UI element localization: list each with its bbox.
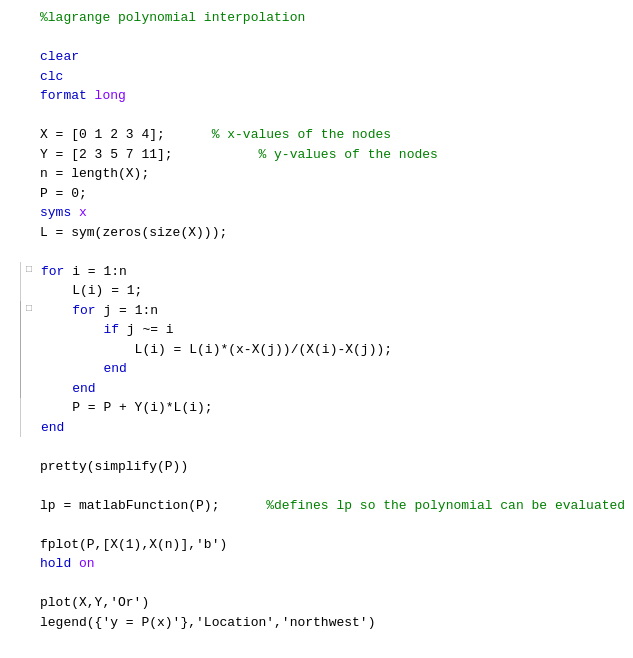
code-line: L(i) = 1; bbox=[20, 281, 633, 301]
code-line: if j ~= i bbox=[20, 320, 633, 340]
line-content: end bbox=[37, 418, 633, 438]
code-line: clc bbox=[20, 67, 633, 87]
code-line: clear bbox=[20, 47, 633, 67]
code-line bbox=[20, 437, 633, 457]
line-content: L(i) = L(i)*(x-X(j))/(X(i)-X(j)); bbox=[37, 340, 633, 360]
code-line: lp = matlabFunction(P); %defines lp so t… bbox=[20, 496, 633, 516]
code-token: format bbox=[40, 88, 95, 103]
code-line bbox=[20, 242, 633, 262]
code-token: end bbox=[41, 381, 96, 396]
code-token bbox=[41, 322, 103, 337]
code-token: x bbox=[79, 205, 87, 220]
code-line: pretty(simplify(P)) bbox=[20, 457, 633, 477]
code-token: P = 0; bbox=[40, 186, 87, 201]
code-token: syms bbox=[40, 205, 79, 220]
line-content: lp = matlabFunction(P); %defines lp so t… bbox=[36, 496, 633, 516]
line-content: clc bbox=[36, 67, 633, 87]
code-token: hold bbox=[40, 556, 79, 571]
code-token: clc bbox=[40, 69, 63, 84]
code-token: legend({'y = P(x)'},'Location','northwes… bbox=[40, 615, 375, 630]
code-token: i = 1:n bbox=[64, 264, 126, 279]
code-token: end bbox=[41, 361, 127, 376]
line-content: syms x bbox=[36, 203, 633, 223]
code-line: format long bbox=[20, 86, 633, 106]
code-token: for bbox=[72, 303, 95, 318]
code-token: clear bbox=[40, 49, 79, 64]
line-content bbox=[36, 28, 633, 48]
code-line: n = length(X); bbox=[20, 164, 633, 184]
code-token: P = P + Y(i)*L(i); bbox=[41, 400, 213, 415]
fold-icon[interactable]: □ bbox=[26, 262, 32, 277]
line-content: n = length(X); bbox=[36, 164, 633, 184]
fold-gutter[interactable]: □ bbox=[21, 262, 37, 277]
code-token: on bbox=[79, 556, 95, 571]
code-line: □ for j = 1:n bbox=[20, 301, 633, 321]
code-line: P = 0; bbox=[20, 184, 633, 204]
code-line: X = [0 1 2 3 4]; % x-values of the nodes bbox=[20, 125, 633, 145]
line-content: for j = 1:n bbox=[37, 301, 633, 321]
line-content: L(i) = 1; bbox=[37, 281, 633, 301]
line-content: X = [0 1 2 3 4]; % x-values of the nodes bbox=[36, 125, 633, 145]
line-content bbox=[36, 106, 633, 126]
code-line: P = P + Y(i)*L(i); bbox=[20, 398, 633, 418]
code-token: if bbox=[103, 322, 119, 337]
line-content: end bbox=[37, 359, 633, 379]
code-line bbox=[20, 28, 633, 48]
code-token: j ~= i bbox=[119, 322, 174, 337]
code-line bbox=[20, 574, 633, 594]
code-token: for bbox=[41, 264, 64, 279]
line-content: end bbox=[37, 379, 633, 399]
code-line: end bbox=[20, 359, 633, 379]
code-token: fplot(P,[X(1),X(n)],'b') bbox=[40, 537, 227, 552]
code-token: pretty(simplify(P)) bbox=[40, 459, 188, 474]
line-content: for i = 1:n bbox=[37, 262, 633, 282]
code-line: L = sym(zeros(size(X))); bbox=[20, 223, 633, 243]
line-content bbox=[36, 242, 633, 262]
code-line bbox=[20, 515, 633, 535]
code-token: j = 1:n bbox=[96, 303, 158, 318]
line-content: pretty(simplify(P)) bbox=[36, 457, 633, 477]
line-content: legend({'y = P(x)'},'Location','northwes… bbox=[36, 613, 633, 633]
line-content: clear bbox=[36, 47, 633, 67]
code-token: L(i) = L(i)*(x-X(j))/(X(i)-X(j)); bbox=[41, 342, 392, 357]
line-content: P = P + Y(i)*L(i); bbox=[37, 398, 633, 418]
code-token: % y-values of the nodes bbox=[173, 147, 438, 162]
code-token: L = sym(zeros(size(X))); bbox=[40, 225, 227, 240]
code-token: L(i) = 1; bbox=[41, 283, 142, 298]
code-line: □for i = 1:n bbox=[20, 262, 633, 282]
line-content: L = sym(zeros(size(X))); bbox=[36, 223, 633, 243]
code-token bbox=[41, 303, 72, 318]
fold-icon[interactable]: □ bbox=[26, 301, 32, 316]
line-content: Y = [2 3 5 7 11]; % y-values of the node… bbox=[36, 145, 633, 165]
line-content: fplot(P,[X(1),X(n)],'b') bbox=[36, 535, 633, 555]
code-token: X = [0 1 2 3 4]; bbox=[40, 127, 165, 142]
code-line: %lagrange polynomial interpolation bbox=[20, 8, 633, 28]
code-line: fplot(P,[X(1),X(n)],'b') bbox=[20, 535, 633, 555]
code-token: lp = matlabFunction(P); bbox=[40, 498, 219, 513]
code-token: n = length(X); bbox=[40, 166, 149, 181]
code-line: L(i) = L(i)*(x-X(j))/(X(i)-X(j)); bbox=[20, 340, 633, 360]
fold-gutter[interactable]: □ bbox=[21, 301, 37, 316]
code-token: long bbox=[95, 88, 126, 103]
code-line: end bbox=[20, 418, 633, 438]
line-content: if j ~= i bbox=[37, 320, 633, 340]
code-line: plot(X,Y,'Or') bbox=[20, 593, 633, 613]
code-token: Y = [2 3 5 7 11]; bbox=[40, 147, 173, 162]
code-area: %lagrange polynomial interpolation clear… bbox=[0, 8, 633, 632]
line-content: hold on bbox=[36, 554, 633, 574]
code-line bbox=[20, 476, 633, 496]
line-content bbox=[36, 574, 633, 594]
line-content bbox=[36, 476, 633, 496]
code-token: plot(X,Y,'Or') bbox=[40, 595, 149, 610]
code-token: end bbox=[41, 420, 64, 435]
line-content: plot(X,Y,'Or') bbox=[36, 593, 633, 613]
line-content bbox=[36, 437, 633, 457]
editor-container: %lagrange polynomial interpolation clear… bbox=[0, 0, 633, 658]
code-line bbox=[20, 106, 633, 126]
line-content: %lagrange polynomial interpolation bbox=[36, 8, 633, 28]
code-line: legend({'y = P(x)'},'Location','northwes… bbox=[20, 613, 633, 633]
code-token: %lagrange polynomial interpolation bbox=[40, 10, 305, 25]
code-line: Y = [2 3 5 7 11]; % y-values of the node… bbox=[20, 145, 633, 165]
code-line: syms x bbox=[20, 203, 633, 223]
code-line: hold on bbox=[20, 554, 633, 574]
